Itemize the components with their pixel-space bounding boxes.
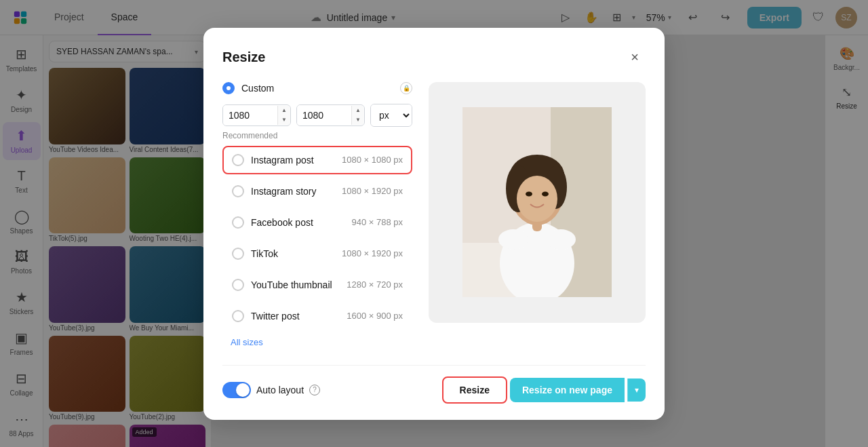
height-input-wrap: ▲ ▼ <box>296 104 365 126</box>
modal-title: Resize <box>222 50 265 65</box>
height-spinner-up[interactable]: ▲ <box>352 106 364 115</box>
size-option-name: Facebook post <box>251 217 344 228</box>
height-spinner-down[interactable]: ▼ <box>352 115 364 125</box>
all-sizes-link[interactable]: All sizes <box>222 333 412 351</box>
unit-select[interactable]: px in cm mm <box>371 104 412 126</box>
custom-label: Custom <box>241 83 274 94</box>
width-spinners: ▲ ▼ <box>277 106 290 125</box>
facebook-post-radio[interactable] <box>232 216 244 229</box>
resize-on-new-button[interactable]: Resize on new page <box>510 378 625 402</box>
size-option-dims: 1280 × 720 px <box>347 279 403 290</box>
svg-point-15 <box>542 192 549 197</box>
preview-image <box>462 107 612 297</box>
svg-point-17 <box>546 229 576 250</box>
size-option-tiktok[interactable]: TikTok 1080 × 1920 px <box>222 239 412 268</box>
auto-layout-row: Auto layout ? <box>222 382 320 398</box>
height-input[interactable] <box>297 105 351 125</box>
svg-point-14 <box>526 192 532 197</box>
modal-left-panel: Custom 🔒 ▲ ▼ <box>222 82 412 351</box>
resize-on-new-caret-button[interactable]: ▾ <box>627 378 646 402</box>
youtube-thumbnail-radio[interactable] <box>232 279 244 291</box>
custom-option-row: Custom 🔒 <box>222 82 412 94</box>
size-option-name: Instagram story <box>251 186 335 197</box>
toggle-knob <box>236 383 250 397</box>
size-option-twitter-post[interactable]: Twitter post 1600 × 900 px <box>222 302 412 330</box>
resize-button[interactable]: Resize <box>442 376 507 404</box>
resize-modal: Resize × Custom 🔒 <box>203 28 665 420</box>
height-spinners: ▲ ▼ <box>351 106 364 125</box>
size-option-dims: 940 × 788 px <box>351 217 403 227</box>
auto-layout-label: Auto layout <box>256 385 304 395</box>
tiktok-radio[interactable] <box>232 248 244 260</box>
modal-body: Custom 🔒 ▲ ▼ <box>222 82 646 351</box>
modal-footer: Auto layout ? Resize Resize on new page … <box>222 365 646 404</box>
svg-point-13 <box>517 176 557 222</box>
dimension-inputs: ▲ ▼ ▲ ▼ px in <box>222 104 412 127</box>
size-option-facebook-post[interactable]: Facebook post 940 × 788 px <box>222 208 412 237</box>
size-option-name: Twitter post <box>251 311 340 322</box>
twitter-post-radio[interactable] <box>232 310 244 322</box>
footer-buttons: Resize Resize on new page ▾ <box>442 376 646 404</box>
size-option-instagram-story[interactable]: Instagram story 1080 × 1920 px <box>222 177 412 206</box>
lock-icon[interactable]: 🔒 <box>400 82 412 94</box>
size-option-name: TikTok <box>251 248 335 259</box>
custom-radio[interactable] <box>222 82 235 94</box>
info-icon[interactable]: ? <box>309 385 320 395</box>
size-option-name: YouTube thumbnail <box>251 279 340 290</box>
unit-selector-wrap: px in cm mm <box>370 104 412 127</box>
size-option-instagram-post[interactable]: Instagram post 1080 × 1080 px <box>222 146 412 174</box>
recommended-label: Recommended <box>222 131 412 140</box>
size-option-dims: 1080 × 1920 px <box>342 248 403 258</box>
size-option-dims: 1600 × 900 px <box>347 311 403 321</box>
width-input[interactable] <box>223 105 277 125</box>
width-spinner-up[interactable]: ▲ <box>278 106 290 115</box>
instagram-story-radio[interactable] <box>232 185 244 197</box>
size-option-dims: 1080 × 1080 px <box>342 155 403 165</box>
modal-header: Resize × <box>222 47 646 69</box>
auto-layout-toggle[interactable] <box>222 382 251 398</box>
preview-container <box>429 82 646 323</box>
modal-right-panel <box>429 82 646 351</box>
instagram-post-radio[interactable] <box>232 154 244 166</box>
size-option-dims: 1080 × 1920 px <box>342 186 403 196</box>
size-option-youtube-thumbnail[interactable]: YouTube thumbnail 1280 × 720 px <box>222 271 412 299</box>
modal-overlay: Resize × Custom 🔒 <box>0 0 868 447</box>
modal-close-button[interactable]: × <box>624 47 646 69</box>
svg-point-16 <box>498 229 528 250</box>
width-input-wrap: ▲ ▼ <box>222 104 291 126</box>
width-spinner-down[interactable]: ▼ <box>278 115 290 125</box>
size-option-name: Instagram post <box>251 155 335 166</box>
